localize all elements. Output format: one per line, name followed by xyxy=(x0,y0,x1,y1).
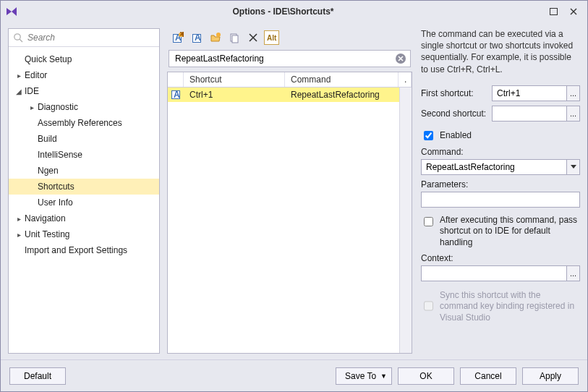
folder-open-icon xyxy=(210,32,221,43)
grid-header-extra[interactable]: . xyxy=(399,72,412,87)
tree-item-build[interactable]: Build xyxy=(9,131,159,147)
nav-tree[interactable]: Quick Setup▸Editor◢IDE▸DiagnosticAssembl… xyxy=(9,47,159,353)
grid-header-command[interactable]: Command xyxy=(285,72,399,87)
first-shortcut-browse-button[interactable]: ... xyxy=(566,86,579,101)
context-label: Context: xyxy=(421,253,580,263)
search-icon xyxy=(13,33,23,43)
command-combo-drop[interactable] xyxy=(566,160,579,174)
tree-item-unit-testing[interactable]: ▸Unit Testing xyxy=(9,226,159,242)
tree-item-import-and-export-settings[interactable]: Import and Export Settings xyxy=(9,242,159,258)
sidebar: Quick Setup▸Editor◢IDE▸DiagnosticAssembl… xyxy=(8,28,160,354)
tree-item-shortcuts[interactable]: Shortcuts xyxy=(9,179,159,195)
sync-label: Sync this shortcut with the command key … xyxy=(440,290,580,324)
tree-item-navigation[interactable]: ▸Navigation xyxy=(9,210,159,226)
grid-header-type[interactable] xyxy=(168,72,184,87)
tree-item-intellisense[interactable]: IntelliSense xyxy=(9,147,159,163)
chevron-down-icon xyxy=(571,165,576,169)
delete-button[interactable] xyxy=(245,30,261,45)
description-text: The command can be executed via a single… xyxy=(421,28,580,75)
svg-rect-0 xyxy=(550,9,557,15)
footer: Default Save To ▼ OK Cancel Apply xyxy=(1,359,587,391)
vertical-scrollbar[interactable] xyxy=(399,88,412,353)
clear-filter-button[interactable] xyxy=(395,53,406,64)
copy-button[interactable] xyxy=(226,30,242,45)
context-input[interactable] xyxy=(421,265,580,281)
enabled-checkbox-row[interactable]: Enabled xyxy=(421,129,580,142)
svg-text:A: A xyxy=(174,90,180,100)
tree-caret-icon[interactable]: ▸ xyxy=(27,103,36,111)
open-folder-button[interactable] xyxy=(208,30,223,45)
tree-item-label: Unit Testing xyxy=(25,229,69,239)
row-command: RepeatLastRefactoring xyxy=(285,88,399,101)
shortcuts-grid: Shortcut Command . ACtrl+1RepeatLastRefa… xyxy=(167,72,412,354)
tree-item-user-info[interactable]: User Info xyxy=(9,195,159,210)
tree-caret-icon[interactable]: ◢ xyxy=(14,88,23,95)
tree-caret-icon[interactable]: ▸ xyxy=(14,231,23,239)
command-label: Command: xyxy=(421,147,580,157)
enabled-checkbox[interactable] xyxy=(424,131,433,140)
grid-header: Shortcut Command . xyxy=(168,72,412,88)
first-shortcut-label: First shortcut: xyxy=(421,88,487,98)
content-area: Quick Setup▸Editor◢IDE▸DiagnosticAssembl… xyxy=(1,22,587,359)
alt-label: Alt xyxy=(267,34,276,42)
tree-caret-icon[interactable]: ▸ xyxy=(14,215,23,223)
parameters-label: Parameters: xyxy=(421,179,580,189)
search-wrap xyxy=(9,29,159,47)
svg-text:A: A xyxy=(195,33,201,43)
tree-item-ide[interactable]: ◢IDE xyxy=(9,83,159,99)
second-shortcut-label: Second shortcut: xyxy=(421,108,487,119)
maximize-icon xyxy=(550,8,558,15)
tree-item-ngen[interactable]: Ngen xyxy=(9,163,159,179)
new-scheme-button[interactable]: A xyxy=(189,30,205,45)
apply-button[interactable]: Apply xyxy=(522,367,579,385)
tree-item-label: IDE xyxy=(25,86,39,96)
pass-shortcut-checkbox[interactable] xyxy=(424,217,433,226)
tree-item-label: User Info xyxy=(38,197,73,208)
tree-caret-icon[interactable]: ▸ xyxy=(14,72,23,80)
tree-item-quick-setup[interactable]: Quick Setup xyxy=(9,51,159,67)
parameters-input[interactable] xyxy=(421,192,580,208)
pass-shortcut-row[interactable]: After executing this command, pass short… xyxy=(421,215,580,249)
chevron-down-icon: ▼ xyxy=(380,372,387,380)
tree-item-label: IntelliSense xyxy=(38,150,82,160)
maximize-button[interactable] xyxy=(544,4,563,19)
alt-toggle-button[interactable]: Alt xyxy=(264,30,279,45)
sync-row: Sync this shortcut with the command key … xyxy=(421,290,580,324)
pass-shortcut-label: After executing this command, pass short… xyxy=(440,215,580,249)
command-combo[interactable] xyxy=(421,159,580,175)
save-to-button[interactable]: Save To ▼ xyxy=(336,367,392,385)
tree-item-label: Import and Export Settings xyxy=(25,245,127,255)
row-type-icon: A xyxy=(168,88,184,101)
enabled-label: Enabled xyxy=(440,130,472,140)
svg-text:✱: ✱ xyxy=(179,32,184,39)
table-row[interactable]: ACtrl+1RepeatLastRefactoring xyxy=(168,88,399,102)
close-button[interactable] xyxy=(564,4,583,19)
sync-checkbox xyxy=(424,291,433,322)
new-shortcut-button[interactable]: A✱ xyxy=(170,30,186,45)
tree-item-label: Build xyxy=(38,134,57,144)
tree-item-diagnostic[interactable]: ▸Diagnostic xyxy=(9,99,159,115)
save-to-label: Save To xyxy=(345,371,376,381)
tree-item-label: Shortcuts xyxy=(38,182,74,192)
filter-wrap xyxy=(169,50,411,67)
tree-item-label: Editor xyxy=(25,70,47,80)
tree-item-assembly-references[interactable]: Assembly References xyxy=(9,115,159,131)
context-browse-button[interactable]: ... xyxy=(566,266,579,281)
ok-button[interactable]: OK xyxy=(398,367,454,385)
grid-header-shortcut[interactable]: Shortcut xyxy=(184,72,285,87)
cancel-button[interactable]: Cancel xyxy=(460,367,516,385)
grid-body[interactable]: ACtrl+1RepeatLastRefactoring xyxy=(168,88,399,353)
window-title: Options - IDE\Shortcuts* xyxy=(24,7,542,17)
filter-input[interactable] xyxy=(169,50,411,67)
svg-line-2 xyxy=(20,39,22,42)
default-button[interactable]: Default xyxy=(9,367,66,385)
svg-rect-11 xyxy=(232,35,238,43)
shortcut-toolbar: A✱ A Alt xyxy=(167,28,412,47)
clear-icon xyxy=(395,53,406,64)
search-input[interactable] xyxy=(9,29,159,46)
a-badge-icon: A xyxy=(191,32,203,43)
titlebar: Options - IDE\Shortcuts* xyxy=(1,1,587,22)
second-shortcut-browse-button[interactable]: ... xyxy=(566,106,579,121)
copy-icon xyxy=(229,32,240,43)
tree-item-editor[interactable]: ▸Editor xyxy=(9,67,159,83)
